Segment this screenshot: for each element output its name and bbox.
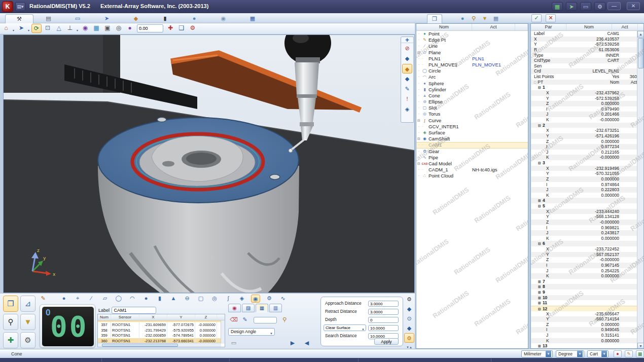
- tree-item-arc[interactable]: ·◠Arc: [416, 74, 528, 80]
- filter-input[interactable]: [254, 317, 277, 323]
- tree-item-pipe[interactable]: ·∿Pipe: [416, 155, 528, 161]
- machine-icon[interactable]: ⚙: [404, 295, 414, 304]
- prop-row-crdtype[interactable]: CrdTypeCART: [531, 58, 638, 63]
- plane-feature-icon[interactable]: ▱: [100, 295, 110, 303]
- joystick-icon[interactable]: ▦: [552, 2, 563, 11]
- capture-alert-icon[interactable]: !: [402, 94, 412, 104]
- depth-input[interactable]: [368, 317, 399, 323]
- prop-row-j[interactable]: J0.243817: [531, 230, 638, 236]
- prop-row-y[interactable]: Y-568.134128: [531, 214, 638, 220]
- prop-row-k[interactable]: K-0.000000: [531, 117, 638, 123]
- measure-tools-icon[interactable]: ✎: [39, 295, 48, 303]
- sensor-hscrollbar[interactable]: [98, 343, 221, 347]
- property-scrollbar[interactable]: ▲ ▼: [637, 31, 643, 349]
- prop-row-i[interactable]: I0.979490: [531, 106, 638, 112]
- tree-item-plane[interactable]: ⊟▱Plane: [416, 50, 528, 56]
- sensor-row[interactable]: 359ROOTSN1-232.000859-574.7895410.000000: [98, 333, 225, 338]
- expand-icon[interactable]: ⊞: [538, 280, 541, 283]
- slot-feature-icon[interactable]: ▢: [196, 295, 205, 303]
- arc-feature-icon[interactable]: ◠: [128, 295, 137, 303]
- sensor-tab-grid[interactable]: ▦: [256, 304, 268, 312]
- status-pen-icon[interactable]: ✎: [625, 350, 633, 357]
- tree-item-camshaft[interactable]: ⊟◉CamShaft: [416, 136, 528, 142]
- shield-icon[interactable]: ▼: [480, 14, 490, 23]
- pt-group-2[interactable]: ⊟2: [531, 123, 638, 128]
- circle-feature-icon[interactable]: ◯: [114, 295, 123, 303]
- prop-row-y[interactable]: Y-571.426196: [531, 133, 638, 139]
- tree-item-point[interactable]: ·●Point: [416, 31, 528, 37]
- collapse-icon[interactable]: ⊟: [538, 124, 541, 127]
- apply-button[interactable]: Apply: [374, 338, 399, 345]
- rotate-view-icon[interactable]: ⟳: [31, 24, 42, 33]
- sensor-col-y[interactable]: Y: [167, 314, 195, 320]
- probe-ball-icon[interactable]: ●: [125, 24, 135, 33]
- prop-row-y[interactable]: Y-560.714154: [531, 316, 638, 322]
- home-icon[interactable]: ⌂▾: [1, 24, 11, 33]
- cube-icon[interactable]: ●: [457, 14, 468, 23]
- prop-row-j[interactable]: J0.254225: [531, 268, 638, 274]
- pt-group-8[interactable]: ⊞8: [531, 284, 638, 289]
- tab-document[interactable]: ▤: [34, 14, 63, 23]
- camera-icon[interactable]: ◎: [114, 24, 124, 33]
- crosshair-icon[interactable]: ✚: [165, 24, 175, 33]
- tab-report[interactable]: ▦: [238, 14, 267, 23]
- sensor-tab-view[interactable]: ▨: [242, 304, 255, 312]
- machine-axis-icon[interactable]: ⊥▾: [65, 24, 75, 33]
- tab-probe[interactable]: ▮: [151, 14, 180, 23]
- pt-group-9[interactable]: ⊞9: [531, 289, 638, 295]
- prop-row-z[interactable]: Z0.000000: [531, 176, 638, 182]
- status-ball-icon[interactable]: ●: [614, 350, 622, 357]
- find-icon[interactable]: ⊙: [404, 314, 414, 323]
- surface-feature-icon[interactable]: ◈: [237, 295, 246, 303]
- prop-row-j[interactable]: J0.201466: [531, 112, 638, 117]
- prop-row-z[interactable]: Z0.000000: [531, 322, 638, 328]
- torus-feature-icon[interactable]: ◎: [210, 295, 219, 303]
- tray-icon[interactable]: ▭: [229, 339, 238, 347]
- pt-group-3[interactable]: ⊟3: [531, 160, 638, 166]
- prop-row-list-points[interactable]: List PointsYes360: [531, 74, 638, 80]
- collapse-icon[interactable]: ⊟: [538, 161, 541, 165]
- clear-surface-input[interactable]: [368, 325, 399, 331]
- toolbox-button[interactable]: ▼: [20, 314, 35, 330]
- camshaft-feature-icon[interactable]: ◉: [251, 295, 260, 303]
- unit-angle-select[interactable]: Degree▼: [556, 350, 584, 357]
- prop-row-k[interactable]: K0.000000: [531, 236, 638, 241]
- tree-item-gear[interactable]: ·⚙Gear: [416, 149, 528, 155]
- edge-point-feature-icon[interactable]: ⌖: [73, 295, 82, 303]
- prop-row-i[interactable]: I0.969821: [531, 225, 638, 231]
- tree-item-torus[interactable]: ·◎Torus: [416, 111, 528, 117]
- tree-item-cone[interactable]: ·▲Cone: [416, 93, 528, 99]
- unit-length-select[interactable]: Milimeter▼: [521, 350, 553, 357]
- tree-item-curve[interactable]: ⊟ʃCurve: [416, 118, 528, 124]
- scrollbar-thumb[interactable]: [638, 38, 643, 68]
- machine-setup-button[interactable]: ⚙: [20, 332, 35, 348]
- probe-flag-icon[interactable]: ◆: [404, 323, 414, 333]
- collapse-icon[interactable]: ⊟: [538, 204, 541, 208]
- tree-item-cad-model[interactable]: ⊟CADCad Model: [416, 161, 528, 167]
- play-left-icon[interactable]: ◀: [302, 339, 311, 347]
- coordinate-system-button[interactable]: ✚: [3, 332, 18, 348]
- monitor-z-icon[interactable]: ▭: [580, 2, 591, 11]
- menu-icon[interactable]: ▤▾: [15, 2, 25, 11]
- approach-distance-input[interactable]: [368, 301, 399, 307]
- probe-group-icon[interactable]: ⚙: [188, 24, 198, 33]
- prop-row-j[interactable]: J0.315141: [531, 333, 638, 338]
- zoom-window-icon[interactable]: ⊡: [43, 24, 53, 33]
- clear-surface-select[interactable]: Clear Surface▼: [324, 324, 366, 331]
- capture-tilt-icon[interactable]: ◈: [402, 104, 412, 114]
- probe-export-icon[interactable]: ➤: [566, 2, 577, 11]
- measure-mode-button[interactable]: ❒: [3, 296, 18, 312]
- capture-point-icon[interactable]: ◆: [402, 54, 412, 63]
- prop-row-x[interactable]: X-232.919496: [531, 166, 638, 171]
- delete-icon[interactable]: ✕: [546, 14, 556, 22]
- pt-group-10[interactable]: ⊞10: [531, 295, 638, 301]
- prop-row-i[interactable]: I0.967145: [531, 263, 638, 268]
- tree-item-pln1[interactable]: ···PLN1PLN1: [416, 56, 528, 62]
- pt-group-4[interactable]: ⊞4: [531, 198, 638, 203]
- machine-hand-icon[interactable]: ⚙: [594, 2, 605, 11]
- sensor-tab-sound[interactable]: ◉: [228, 304, 241, 312]
- point-feature-icon[interactable]: ●: [59, 295, 68, 303]
- play-right-icon[interactable]: ▶: [288, 339, 297, 347]
- prop-row-x[interactable]: X-233.444240: [531, 209, 638, 214]
- sensor-tab-card[interactable]: ▥: [269, 304, 282, 312]
